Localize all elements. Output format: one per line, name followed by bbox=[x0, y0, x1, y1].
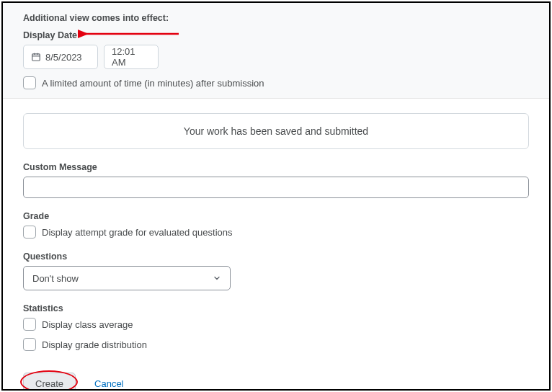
statistics-label: Statistics bbox=[23, 303, 529, 313]
saved-banner: Your work has been saved and submitted bbox=[23, 113, 529, 149]
display-attempt-grade-checkbox[interactable] bbox=[23, 226, 36, 239]
display-grade-distribution-checkbox[interactable] bbox=[23, 338, 36, 351]
date-value: 8/5/2023 bbox=[45, 52, 82, 63]
limited-time-checkbox[interactable] bbox=[23, 76, 36, 89]
display-grade-distribution-label: Display grade distribution bbox=[42, 339, 147, 350]
cancel-button[interactable]: Cancel bbox=[90, 378, 128, 390]
questions-label: Questions bbox=[23, 251, 529, 262]
display-attempt-grade-label: Display attempt grade for evaluated ques… bbox=[42, 227, 233, 238]
section-heading: Additional view comes into effect: bbox=[23, 13, 529, 23]
display-class-average-label: Display class average bbox=[42, 319, 133, 330]
custom-message-label: Custom Message bbox=[23, 162, 529, 172]
questions-selected-value: Don't show bbox=[32, 273, 79, 284]
display-time-input[interactable]: 12:01 AM bbox=[104, 45, 159, 69]
create-button[interactable]: Create bbox=[23, 373, 76, 391]
svg-rect-0 bbox=[32, 54, 40, 61]
chevron-down-icon bbox=[213, 274, 221, 282]
time-value: 12:01 AM bbox=[112, 46, 151, 68]
grade-label: Grade bbox=[23, 211, 529, 221]
display-date-input[interactable]: 8/5/2023 bbox=[23, 45, 98, 69]
questions-select[interactable]: Don't show bbox=[23, 266, 231, 290]
display-class-average-checkbox[interactable] bbox=[23, 318, 36, 331]
custom-message-input[interactable] bbox=[23, 177, 529, 198]
limited-time-label: A limited amount of time (in minutes) af… bbox=[42, 78, 264, 89]
calendar-icon bbox=[31, 52, 41, 62]
display-date-label: Display Date * bbox=[23, 30, 529, 40]
